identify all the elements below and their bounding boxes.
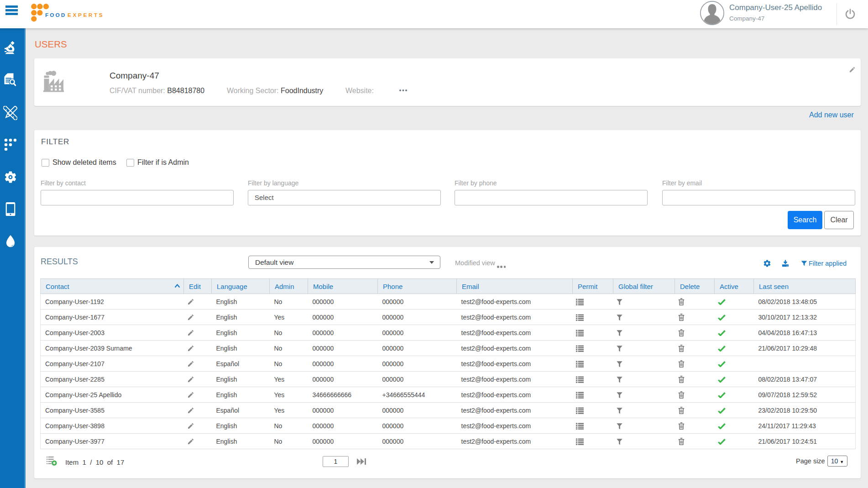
svg-text:EXPERTS: EXPERTS (68, 12, 104, 18)
svg-text:FOOD: FOOD (45, 12, 66, 18)
